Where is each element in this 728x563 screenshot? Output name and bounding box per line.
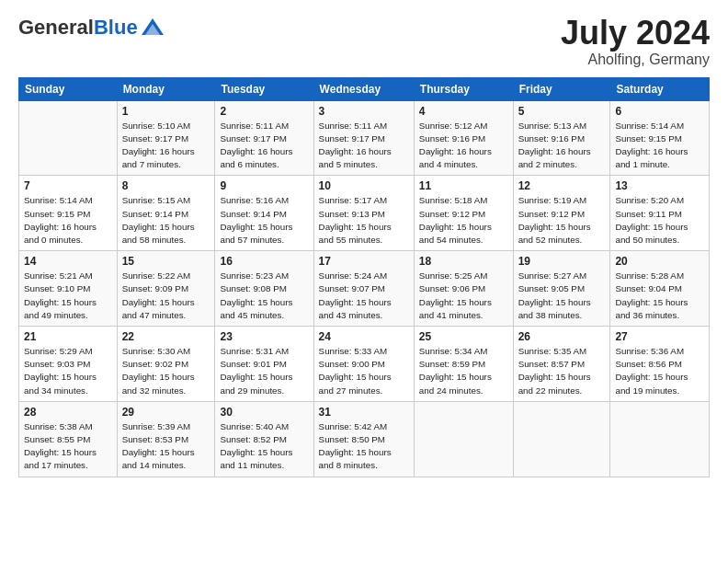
calendar-cell: 30Sunrise: 5:40 AMSunset: 8:52 PMDayligh… <box>215 401 313 477</box>
day-number: 21 <box>24 330 112 343</box>
calendar-week-1: 1Sunrise: 5:10 AMSunset: 9:17 PMDaylight… <box>19 100 710 176</box>
calendar-cell: 31Sunrise: 5:42 AMSunset: 8:50 PMDayligh… <box>313 401 414 477</box>
day-info: Sunrise: 5:14 AMSunset: 9:15 PMDaylight:… <box>615 120 704 172</box>
day-info: Sunrise: 5:36 AMSunset: 8:56 PMDaylight:… <box>615 345 704 397</box>
day-info: Sunrise: 5:34 AMSunset: 8:59 PMDaylight:… <box>419 345 508 397</box>
weekday-header-wednesday: Wednesday <box>313 77 414 100</box>
calendar-cell: 25Sunrise: 5:34 AMSunset: 8:59 PMDayligh… <box>414 327 513 402</box>
day-number: 20 <box>615 255 704 268</box>
day-number: 14 <box>24 255 112 268</box>
weekday-header-friday: Friday <box>513 77 610 100</box>
weekday-row: SundayMondayTuesdayWednesdayThursdayFrid… <box>19 77 710 100</box>
calendar-cell <box>414 401 513 477</box>
day-info: Sunrise: 5:11 AMSunset: 9:17 PMDaylight:… <box>220 120 308 172</box>
day-number: 5 <box>518 105 606 118</box>
calendar-cell <box>610 401 710 477</box>
day-number: 28 <box>24 406 112 419</box>
day-info: Sunrise: 5:30 AMSunset: 9:02 PMDaylight:… <box>122 345 210 397</box>
calendar-week-5: 28Sunrise: 5:38 AMSunset: 8:55 PMDayligh… <box>19 401 710 477</box>
day-number: 27 <box>615 330 704 343</box>
day-info: Sunrise: 5:10 AMSunset: 9:17 PMDaylight:… <box>122 120 210 172</box>
calendar-cell: 11Sunrise: 5:18 AMSunset: 9:12 PMDayligh… <box>414 176 513 251</box>
day-info: Sunrise: 5:12 AMSunset: 9:16 PMDaylight:… <box>419 120 508 172</box>
calendar-cell: 5Sunrise: 5:13 AMSunset: 9:16 PMDaylight… <box>513 100 610 176</box>
day-number: 25 <box>419 330 508 343</box>
day-number: 18 <box>419 255 508 268</box>
day-number: 2 <box>220 105 308 118</box>
title-block: July 2024 Aholfing, Germany <box>561 15 710 68</box>
day-info: Sunrise: 5:28 AMSunset: 9:04 PMDaylight:… <box>615 270 704 322</box>
weekday-header-sunday: Sunday <box>19 77 118 100</box>
calendar-cell: 22Sunrise: 5:30 AMSunset: 9:02 PMDayligh… <box>117 327 215 402</box>
month-year: July 2024 <box>561 15 710 52</box>
day-info: Sunrise: 5:42 AMSunset: 8:50 PMDaylight:… <box>319 420 409 473</box>
logo-triangle-icon <box>140 15 165 40</box>
calendar-cell: 4Sunrise: 5:12 AMSunset: 9:16 PMDaylight… <box>414 100 513 176</box>
calendar-cell: 13Sunrise: 5:20 AMSunset: 9:11 PMDayligh… <box>610 176 710 251</box>
day-info: Sunrise: 5:23 AMSunset: 9:08 PMDaylight:… <box>220 270 308 322</box>
day-number: 22 <box>122 330 210 343</box>
location: Aholfing, Germany <box>561 52 710 68</box>
day-number: 19 <box>518 255 606 268</box>
day-number: 29 <box>122 406 210 419</box>
day-number: 6 <box>615 105 704 118</box>
day-number: 3 <box>319 105 409 118</box>
day-number: 24 <box>319 330 409 343</box>
calendar-cell: 17Sunrise: 5:24 AMSunset: 9:07 PMDayligh… <box>313 251 414 327</box>
calendar-cell: 26Sunrise: 5:35 AMSunset: 8:57 PMDayligh… <box>513 327 610 402</box>
day-number: 8 <box>122 179 210 192</box>
day-number: 1 <box>122 105 210 118</box>
day-number: 17 <box>319 255 409 268</box>
day-number: 7 <box>24 179 112 192</box>
calendar-cell: 20Sunrise: 5:28 AMSunset: 9:04 PMDayligh… <box>610 251 710 327</box>
calendar-cell: 24Sunrise: 5:33 AMSunset: 9:00 PMDayligh… <box>313 327 414 402</box>
calendar-cell: 2Sunrise: 5:11 AMSunset: 9:17 PMDaylight… <box>215 100 313 176</box>
calendar-week-3: 14Sunrise: 5:21 AMSunset: 9:10 PMDayligh… <box>19 251 710 327</box>
day-info: Sunrise: 5:15 AMSunset: 9:14 PMDaylight:… <box>122 194 210 247</box>
calendar-cell: 23Sunrise: 5:31 AMSunset: 9:01 PMDayligh… <box>215 327 313 402</box>
day-info: Sunrise: 5:33 AMSunset: 9:00 PMDaylight:… <box>319 345 409 397</box>
calendar-cell: 9Sunrise: 5:16 AMSunset: 9:14 PMDaylight… <box>215 176 313 251</box>
weekday-header-monday: Monday <box>117 77 215 100</box>
day-info: Sunrise: 5:20 AMSunset: 9:11 PMDaylight:… <box>615 194 704 247</box>
weekday-header-thursday: Thursday <box>414 77 513 100</box>
day-info: Sunrise: 5:17 AMSunset: 9:13 PMDaylight:… <box>319 194 409 247</box>
calendar-cell: 7Sunrise: 5:14 AMSunset: 9:15 PMDaylight… <box>19 176 118 251</box>
day-number: 23 <box>220 330 308 343</box>
day-number: 9 <box>220 179 308 192</box>
day-info: Sunrise: 5:18 AMSunset: 9:12 PMDaylight:… <box>419 194 508 247</box>
day-info: Sunrise: 5:21 AMSunset: 9:10 PMDaylight:… <box>24 270 112 322</box>
weekday-header-tuesday: Tuesday <box>215 77 313 100</box>
calendar-cell <box>513 401 610 477</box>
calendar-cell: 18Sunrise: 5:25 AMSunset: 9:06 PMDayligh… <box>414 251 513 327</box>
day-number: 13 <box>615 179 704 192</box>
calendar-cell: 16Sunrise: 5:23 AMSunset: 9:08 PMDayligh… <box>215 251 313 327</box>
calendar-header: SundayMondayTuesdayWednesdayThursdayFrid… <box>19 77 710 100</box>
calendar-cell: 12Sunrise: 5:19 AMSunset: 9:12 PMDayligh… <box>513 176 610 251</box>
calendar-cell <box>19 100 118 176</box>
calendar-cell: 6Sunrise: 5:14 AMSunset: 9:15 PMDaylight… <box>610 100 710 176</box>
calendar-cell: 1Sunrise: 5:10 AMSunset: 9:17 PMDaylight… <box>117 100 215 176</box>
calendar-cell: 29Sunrise: 5:39 AMSunset: 8:53 PMDayligh… <box>117 401 215 477</box>
day-info: Sunrise: 5:11 AMSunset: 9:17 PMDaylight:… <box>319 120 409 172</box>
day-number: 11 <box>419 179 508 192</box>
day-number: 16 <box>220 255 308 268</box>
calendar-cell: 21Sunrise: 5:29 AMSunset: 9:03 PMDayligh… <box>19 327 118 402</box>
calendar-cell: 3Sunrise: 5:11 AMSunset: 9:17 PMDaylight… <box>313 100 414 176</box>
day-info: Sunrise: 5:38 AMSunset: 8:55 PMDaylight:… <box>24 420 112 473</box>
day-info: Sunrise: 5:27 AMSunset: 9:05 PMDaylight:… <box>518 270 606 322</box>
day-number: 4 <box>419 105 508 118</box>
day-info: Sunrise: 5:13 AMSunset: 9:16 PMDaylight:… <box>518 120 606 172</box>
logo-general-text: GeneralBlue <box>18 17 138 38</box>
calendar-cell: 10Sunrise: 5:17 AMSunset: 9:13 PMDayligh… <box>313 176 414 251</box>
calendar-body: 1Sunrise: 5:10 AMSunset: 9:17 PMDaylight… <box>19 100 710 477</box>
page: GeneralBlue July 2024 Aholfing, Germany … <box>0 0 728 487</box>
day-number: 31 <box>319 406 409 419</box>
calendar-week-4: 21Sunrise: 5:29 AMSunset: 9:03 PMDayligh… <box>19 327 710 402</box>
day-info: Sunrise: 5:31 AMSunset: 9:01 PMDaylight:… <box>220 345 308 397</box>
calendar-cell: 14Sunrise: 5:21 AMSunset: 9:10 PMDayligh… <box>19 251 118 327</box>
calendar-cell: 27Sunrise: 5:36 AMSunset: 8:56 PMDayligh… <box>610 327 710 402</box>
day-info: Sunrise: 5:22 AMSunset: 9:09 PMDaylight:… <box>122 270 210 322</box>
day-number: 26 <box>518 330 606 343</box>
calendar-cell: 19Sunrise: 5:27 AMSunset: 9:05 PMDayligh… <box>513 251 610 327</box>
